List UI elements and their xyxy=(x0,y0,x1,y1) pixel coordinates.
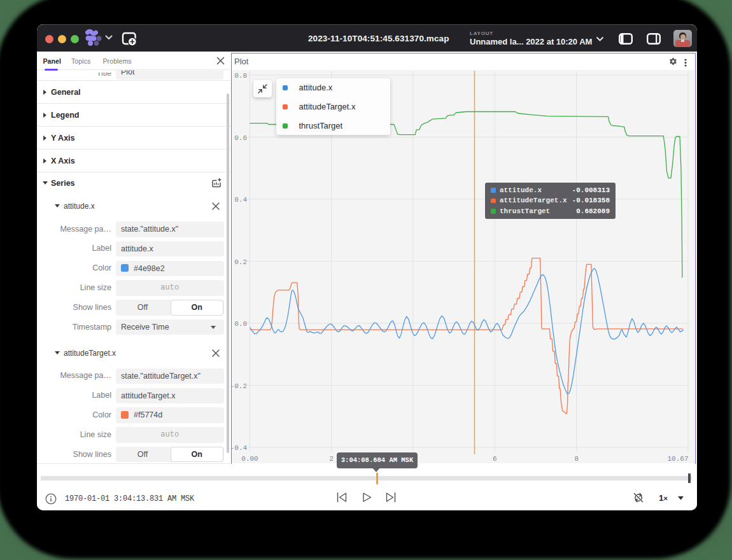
svg-text:0.2: 0.2 xyxy=(234,258,247,265)
svg-text:6: 6 xyxy=(493,455,497,463)
svg-text:-0.2: -0.2 xyxy=(232,382,247,389)
svg-text:0.8: 0.8 xyxy=(234,72,247,80)
svg-text:0.6: 0.6 xyxy=(234,134,247,141)
svg-text:-0.4: -0.4 xyxy=(232,444,247,452)
svg-text:2: 2 xyxy=(329,455,334,463)
svg-text:10.67: 10.67 xyxy=(667,455,688,463)
svg-text:0.4: 0.4 xyxy=(234,196,247,204)
svg-text:0.00: 0.00 xyxy=(241,455,258,463)
svg-text:8: 8 xyxy=(574,455,579,463)
svg-text:0.0: 0.0 xyxy=(234,320,247,328)
